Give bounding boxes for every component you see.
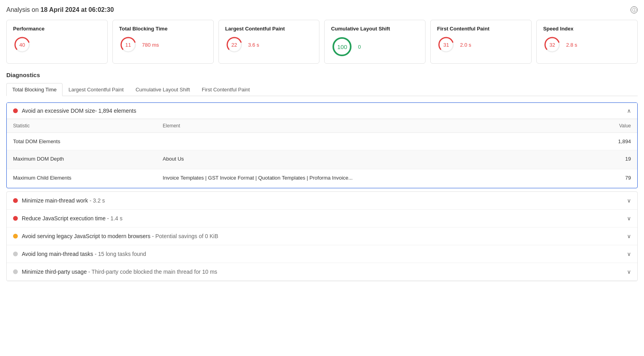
statistic-cell: Maximum Child Elements (7, 169, 156, 188)
dom-size-body: StatisticElementValue Total DOM Elements… (7, 119, 637, 188)
tab-total-blocking-time[interactable]: Total Blocking Time (6, 83, 63, 96)
accordion-left-2: Avoid serving legacy JavaScript to moder… (13, 233, 218, 239)
gauge-cumulative-layout-shift: 100 (331, 36, 353, 58)
tab-cumulative-layout-shift[interactable]: Cumulative Layout Shift (129, 83, 196, 96)
accordion-item-4[interactable]: Minimize third-party usage - Third-party… (7, 263, 637, 281)
accordion-dot-3 (13, 252, 18, 256)
value-cell: 19 (583, 150, 637, 169)
metric-body-cumulative-layout-shift: 100 0 (331, 36, 419, 58)
metric-card-first-contentful-paint: First Contentful Paint 31 2.0 s (430, 20, 532, 64)
metric-card-performance: Performance 40 (6, 20, 108, 64)
accordion-item-3[interactable]: Avoid long main-thread tasks - 15 long t… (7, 245, 637, 263)
gauge-speed-index: 32 (543, 36, 561, 54)
metric-card-cumulative-layout-shift: Cumulative Layout Shift 100 0 (324, 20, 426, 64)
metric-title-total-blocking-time: Total Blocking Time (119, 26, 207, 32)
accordion-left-0: Minimize main-thread work - 3.2 s (13, 197, 105, 204)
accordion-list: Minimize main-thread work - 3.2 s ∨ Redu… (6, 191, 638, 281)
diagnostics-tabs: Total Blocking TimeLargest Contentful Pa… (6, 83, 638, 96)
diagnostics-section: Diagnostics Total Blocking TimeLargest C… (6, 72, 638, 281)
accordion-chevron-4: ∨ (627, 269, 631, 275)
analysis-date: 18 April 2024 at 06:02:30 (40, 6, 114, 13)
metric-title-largest-contentful-paint: Largest Contentful Paint (225, 26, 313, 32)
metric-title-first-contentful-paint: First Contentful Paint (437, 26, 525, 32)
gauge-performance: 40 (13, 36, 31, 54)
value-cell: 79 (583, 169, 637, 188)
dom-size-chevron: ∧ (627, 108, 631, 114)
table-row: Maximum DOM Depth About Us 19 (7, 150, 637, 169)
metric-value-first-contentful-paint: 2.0 s (460, 42, 471, 48)
accordion-left-1: Reduce JavaScript execution time - 1.4 s (13, 215, 122, 222)
metric-body-total-blocking-time: 11 780 ms (119, 36, 207, 54)
element-text: About Us (163, 156, 577, 162)
metric-value-speed-index: 2.8 s (566, 42, 577, 48)
col-header-2: Value (583, 119, 637, 133)
dom-size-dot (13, 108, 18, 113)
accordion-dot-4 (13, 269, 18, 274)
accordion-item-1[interactable]: Reduce JavaScript execution time - 1.4 s… (7, 210, 637, 227)
header: Analysis on 18 April 2024 at 06:02:30 ⓘ (6, 6, 638, 13)
metric-card-largest-contentful-paint: Largest Contentful Paint 22 3.6 s (218, 20, 320, 64)
dom-size-table: StatisticElementValue Total DOM Elements… (7, 119, 637, 188)
dom-size-label: Avoid an excessive DOM size- 1,894 eleme… (22, 108, 627, 114)
table-row: Total DOM Elements 1,894 (7, 133, 637, 150)
statistic-cell: Maximum DOM Depth (7, 150, 156, 169)
gauge-number-largest-contentful-paint: 22 (231, 42, 237, 48)
accordion-left-4: Minimize third-party usage - Third-party… (13, 269, 217, 275)
col-header-1: Element (156, 119, 583, 133)
accordion-chevron-0: ∨ (627, 197, 631, 204)
tab-first-contentful-paint[interactable]: First Contentful Paint (196, 83, 256, 96)
metric-body-performance: 40 (13, 36, 101, 54)
gauge-largest-contentful-paint: 22 (225, 36, 243, 54)
statistic-cell: Total DOM Elements (7, 133, 156, 150)
gauge-number-first-contentful-paint: 31 (443, 42, 449, 48)
accordion-label-0: Minimize main-thread work - 3.2 s (22, 197, 105, 204)
element-cell: Invoice Templates | GST Invoice Format |… (156, 169, 583, 188)
accordion-label-2: Avoid serving legacy JavaScript to moder… (22, 233, 218, 239)
metric-value-cumulative-layout-shift: 0 (358, 44, 361, 50)
accordion-dot-0 (13, 198, 18, 203)
metric-body-first-contentful-paint: 31 2.0 s (437, 36, 525, 54)
accordion-item-2[interactable]: Avoid serving legacy JavaScript to moder… (7, 227, 637, 245)
gauge-total-blocking-time: 11 (119, 36, 137, 54)
info-icon[interactable]: ⓘ (631, 6, 638, 13)
accordion-label-3: Avoid long main-thread tasks - 15 long t… (22, 251, 146, 257)
metric-body-largest-contentful-paint: 22 3.6 s (225, 36, 313, 54)
col-header-0: Statistic (7, 119, 156, 133)
accordion-chevron-1: ∨ (627, 215, 631, 222)
accordion-label-1: Reduce JavaScript execution time - 1.4 s (22, 215, 122, 222)
accordion-dot-2 (13, 234, 18, 239)
accordion-label-4: Minimize third-party usage - Third-party… (22, 269, 217, 275)
accordion-chevron-3: ∨ (627, 251, 631, 257)
gauge-number-speed-index: 32 (549, 42, 555, 48)
element-cell: About Us (156, 150, 583, 169)
metric-title-speed-index: Speed Index (543, 26, 631, 32)
accordion-item-0[interactable]: Minimize main-thread work - 3.2 s ∨ (7, 192, 637, 210)
element-cell (156, 133, 583, 150)
metric-value-total-blocking-time: 780 ms (142, 42, 159, 48)
metric-body-speed-index: 32 2.8 s (543, 36, 631, 54)
metric-title-performance: Performance (13, 26, 101, 32)
page-container: Analysis on 18 April 2024 at 06:02:30 ⓘ … (0, 0, 644, 288)
metrics-row: Performance 40 Total Blocking Time 11 78… (6, 20, 638, 64)
tab-largest-contentful-paint[interactable]: Largest Contentful Paint (63, 83, 129, 96)
dom-size-accordion: Avoid an excessive DOM size- 1,894 eleme… (6, 102, 638, 188)
metric-title-cumulative-layout-shift: Cumulative Layout Shift (331, 26, 419, 32)
metric-value-largest-contentful-paint: 3.6 s (248, 42, 259, 48)
diagnostics-title: Diagnostics (6, 72, 638, 78)
element-text: Invoice Templates | GST Invoice Format |… (163, 175, 577, 181)
table-row: Maximum Child Elements Invoice Templates… (7, 169, 637, 188)
value-cell: 1,894 (583, 133, 637, 150)
gauge-first-contentful-paint: 31 (437, 36, 455, 54)
gauge-number-performance: 40 (19, 42, 25, 48)
accordion-left-3: Avoid long main-thread tasks - 15 long t… (13, 251, 146, 257)
gauge-number-cumulative-layout-shift: 100 (337, 44, 347, 50)
page-title: Analysis on 18 April 2024 at 06:02:30 (6, 6, 114, 13)
metric-card-total-blocking-time: Total Blocking Time 11 780 ms (112, 20, 214, 64)
accordion-chevron-2: ∨ (627, 233, 631, 239)
accordion-dot-1 (13, 216, 18, 221)
metric-card-speed-index: Speed Index 32 2.8 s (536, 20, 638, 64)
dom-size-header[interactable]: Avoid an excessive DOM size- 1,894 eleme… (7, 103, 637, 119)
gauge-number-total-blocking-time: 11 (125, 42, 131, 48)
